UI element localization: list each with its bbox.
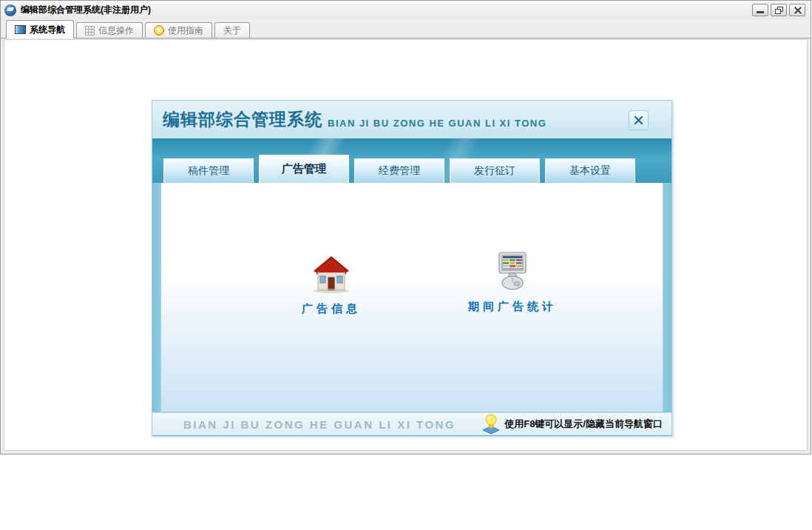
dialog-tab-label: 广告管理 bbox=[282, 162, 326, 176]
dialog-title: 编辑部综合管理系统 bbox=[163, 108, 322, 131]
lightbulb-icon bbox=[481, 414, 501, 435]
minimize-button[interactable] bbox=[752, 4, 768, 16]
dialog-content: 广告信息 bbox=[160, 183, 663, 412]
shortcut-ad-info[interactable]: 广告信息 bbox=[261, 253, 402, 316]
tab-label: 关于 bbox=[223, 24, 241, 37]
close-x-icon bbox=[633, 115, 644, 126]
tab-label: 使用指南 bbox=[168, 24, 203, 37]
dialog-tab-label: 发行征订 bbox=[474, 164, 515, 178]
dialog-tab-label: 经费管理 bbox=[379, 164, 420, 178]
guide-icon bbox=[154, 25, 164, 36]
restore-button[interactable] bbox=[771, 4, 787, 16]
footer-tip-text: 使用F8键可以显示/隐藏当前导航窗口 bbox=[504, 417, 663, 431]
main-tabstrip: 系统导航 信息操作 使用指南 关于 bbox=[1, 19, 811, 38]
tab-system-navigation[interactable]: 系统导航 bbox=[6, 20, 74, 38]
dialog-tab-label: 基本设置 bbox=[569, 164, 611, 178]
dialog-header: 编辑部综合管理系统 BIAN JI BU ZONG HE GUAN LI XI … bbox=[152, 101, 671, 138]
footer-tip: 使用F8键可以显示/隐藏当前导航窗口 bbox=[481, 414, 663, 435]
shortcut-label: 期间广告统计 bbox=[442, 300, 583, 314]
dialog-tab-settings[interactable]: 基本设置 bbox=[545, 158, 635, 183]
tab-label: 信息操作 bbox=[98, 24, 134, 37]
dialog-title-pinyin: BIAN JI BU ZONG HE GUAN LI XI TONG bbox=[328, 118, 547, 129]
computer-icon bbox=[442, 251, 583, 291]
shortcut-period-ad-stats[interactable]: 期间广告统计 bbox=[442, 251, 583, 314]
minimize-icon bbox=[757, 11, 764, 13]
dialog-footer: BIAN JI BU ZONG HE GUAN LI XI TONG 使用F8键… bbox=[152, 412, 671, 435]
dialog-tab-funds[interactable]: 经费管理 bbox=[354, 158, 444, 183]
house-icon bbox=[261, 253, 402, 293]
tab-label: 系统导航 bbox=[30, 24, 65, 36]
dialog-body: 广告信息 bbox=[152, 183, 671, 412]
dialog-close-button[interactable] bbox=[629, 110, 649, 130]
footer-pinyin-text: BIAN JI BU ZONG HE GUAN LI XI TONG bbox=[183, 418, 456, 431]
titlebar: 编辑部综合管理系统(非注册用户) bbox=[1, 1, 811, 19]
tab-user-guide[interactable]: 使用指南 bbox=[145, 22, 212, 38]
tab-about[interactable]: 关于 bbox=[214, 22, 250, 38]
app-logo-icon bbox=[4, 4, 16, 16]
dialog-tab-label: 稿件管理 bbox=[188, 164, 229, 178]
navigation-dialog: 编辑部综合管理系统 BIAN JI BU ZONG HE GUAN LI XI … bbox=[152, 100, 672, 436]
grid-icon bbox=[85, 26, 95, 36]
window-title: 编辑部综合管理系统(非注册用户) bbox=[21, 4, 151, 16]
close-button[interactable] bbox=[789, 4, 805, 16]
dialog-tab-distribution[interactable]: 发行征订 bbox=[450, 158, 540, 183]
dialog-tab-manuscript[interactable]: 稿件管理 bbox=[163, 158, 254, 183]
nav-square-icon bbox=[15, 25, 26, 34]
dialog-tabband: 稿件管理 广告管理 经费管理 发行征订 基本设置 bbox=[152, 138, 671, 183]
window-controls bbox=[752, 4, 807, 16]
dialog-tab-advertising[interactable]: 广告管理 bbox=[259, 155, 349, 183]
tab-info-operation[interactable]: 信息操作 bbox=[76, 22, 143, 38]
shortcut-label: 广告信息 bbox=[261, 302, 402, 316]
